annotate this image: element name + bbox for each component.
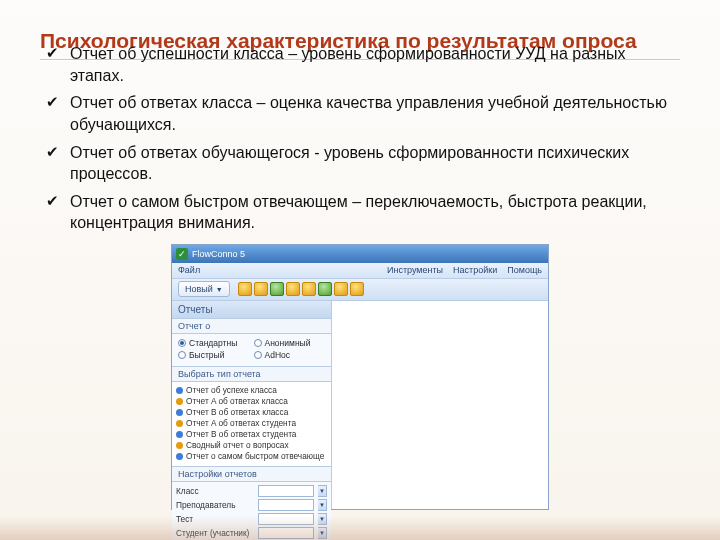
toolbar-icons [238, 282, 364, 296]
report-type-label: Отчет B об ответах класса [186, 407, 288, 417]
radio-icon [254, 339, 262, 347]
toolbar-icon[interactable] [334, 282, 348, 296]
class-field[interactable] [258, 485, 314, 497]
app-window: ✓ FlowConno 5 Файл Инструменты Настройки… [171, 244, 549, 510]
radio-icon [254, 351, 262, 359]
bullet-item: Отчет об ответах обучающегося - уровень … [44, 142, 680, 185]
bullet-icon [176, 431, 183, 438]
report-on-header: Отчет о [172, 319, 331, 334]
radio-adhoc[interactable]: AdHoc [254, 350, 326, 360]
bullet-item: Отчет об успешности класса – уровень сфо… [44, 43, 680, 86]
bullet-item: Отчет об ответах класса – оценка качеств… [44, 92, 680, 135]
new-button[interactable]: Новый ▼ [178, 281, 230, 297]
report-type-item[interactable]: Отчет B об ответах класса [176, 407, 327, 418]
report-type-label: Отчет о самом быстром отвечающе [186, 451, 324, 461]
toolbar-icon[interactable] [254, 282, 268, 296]
radio-label: Анонимный [265, 338, 311, 348]
menu-file[interactable]: Файл [178, 265, 200, 275]
teacher-label: Преподаватель [176, 500, 254, 510]
chevron-down-icon[interactable]: ▼ [318, 499, 327, 511]
report-type-label: Отчет A об ответах студента [186, 418, 296, 428]
bullet-icon [176, 420, 183, 427]
radio-label: Быстрый [189, 350, 224, 360]
toolbar-icon[interactable] [318, 282, 332, 296]
radio-label: Стандартны [189, 338, 237, 348]
radio-icon [178, 351, 186, 359]
report-type-item[interactable]: Отчет A об ответах класса [176, 396, 327, 407]
sidebar-panel-title: Отчеты [172, 301, 331, 319]
report-type-item[interactable]: Отчет о самом быстром отвечающе [176, 451, 327, 462]
report-type-label: Отчет B об ответах студента [186, 429, 296, 439]
toolbar: Новый ▼ [172, 279, 548, 301]
new-button-label: Новый [185, 284, 213, 294]
toolbar-icon[interactable] [302, 282, 316, 296]
radio-fast[interactable]: Быстрый [178, 350, 250, 360]
content-area [332, 301, 548, 509]
toolbar-icon[interactable] [350, 282, 364, 296]
bullet-icon [176, 387, 183, 394]
bullet-icon [176, 409, 183, 416]
toolbar-icon[interactable] [238, 282, 252, 296]
report-type-label: Отчет A об ответах класса [186, 396, 288, 406]
report-type-list: Отчет об успехе класса Отчет A об ответа… [172, 382, 331, 467]
toolbar-icon[interactable] [270, 282, 284, 296]
radio-anonymous[interactable]: Анонимный [254, 338, 326, 348]
footer-decoration [0, 516, 720, 540]
menu-tools[interactable]: Инструменты [387, 265, 443, 275]
radio-label: AdHoc [265, 350, 291, 360]
radio-icon [178, 339, 186, 347]
menu-settings[interactable]: Настройки [453, 265, 497, 275]
window-title: FlowConno 5 [192, 249, 245, 259]
report-type-item[interactable]: Отчет B об ответах студента [176, 429, 327, 440]
radio-standard[interactable]: Стандартны [178, 338, 250, 348]
bullet-icon [176, 442, 183, 449]
class-label: Класс [176, 486, 254, 496]
report-type-item[interactable]: Отчет об успехе класса [176, 385, 327, 396]
bullet-list: Отчет об успешности класса – уровень сфо… [40, 43, 680, 234]
bullet-item: Отчет о самом быстром отвечающем – перек… [44, 191, 680, 234]
report-type-item[interactable]: Сводный отчет о вопросах [176, 440, 327, 451]
report-type-label: Отчет об успехе класса [186, 385, 277, 395]
bullet-icon [176, 398, 183, 405]
menubar: Файл Инструменты Настройки Помощь [172, 263, 548, 279]
settings-header: Настройки отчетов [172, 467, 331, 482]
report-type-label: Сводный отчет о вопросах [186, 440, 289, 450]
window-titlebar: ✓ FlowConno 5 [172, 245, 548, 263]
app-icon: ✓ [176, 248, 188, 260]
bullet-icon [176, 453, 183, 460]
toolbar-icon[interactable] [286, 282, 300, 296]
teacher-field[interactable] [258, 499, 314, 511]
report-type-item[interactable]: Отчет A об ответах студента [176, 418, 327, 429]
chevron-down-icon: ▼ [216, 286, 223, 293]
sidebar: Отчеты Отчет о Стандартны AdHoc Анонимны… [172, 301, 332, 509]
chevron-down-icon[interactable]: ▼ [318, 485, 327, 497]
select-type-header: Выбрать тип отчета [172, 367, 331, 382]
menu-help[interactable]: Помощь [507, 265, 542, 275]
